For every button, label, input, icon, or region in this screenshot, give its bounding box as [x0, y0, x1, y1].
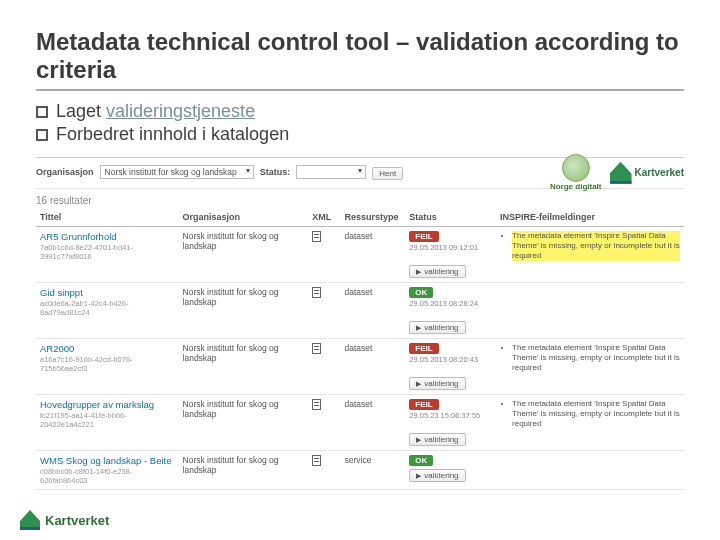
- xml-doc-icon[interactable]: [312, 287, 321, 298]
- xml-doc-icon[interactable]: [312, 455, 321, 466]
- row-resource-type: service: [341, 451, 406, 490]
- brand-logos: Norge digitalt Kartverket: [550, 154, 684, 191]
- play-icon: ▶: [416, 472, 421, 480]
- status-badge: FEIL: [409, 399, 438, 410]
- row-guid: fc21f195-aa14-41fe-bb66-20422e1a4c221: [40, 411, 175, 429]
- validate-button[interactable]: ▶validering: [409, 469, 465, 482]
- status-badge: OK: [409, 287, 433, 298]
- play-icon: ▶: [416, 436, 421, 444]
- validate-button[interactable]: ▶validering: [409, 433, 465, 446]
- status-timestamp: 29.05.23 15:06:37:55: [409, 411, 492, 420]
- row-guid: ac0de6a-2ab1-42c4-b426-8ad79ad81c24: [40, 299, 175, 317]
- org-select-value: Norsk institutt for skog og landskap: [105, 167, 237, 177]
- col-msg[interactable]: INSPIRE-feilmeldinger: [496, 208, 684, 227]
- bullet-square-icon: [36, 106, 48, 118]
- status-filter-label: Status:: [260, 167, 291, 177]
- status-badge: FEIL: [409, 343, 438, 354]
- row-title-link[interactable]: AR5 Grunnforhold: [40, 231, 117, 242]
- play-icon: ▶: [416, 268, 421, 276]
- bullet-2: Forbedret innhold i katalogen: [36, 124, 684, 145]
- col-xml[interactable]: XML: [308, 208, 340, 227]
- row-resource-type: dataset: [341, 395, 406, 451]
- fetch-button[interactable]: Hent: [372, 167, 403, 180]
- validator-app: Organisasjon Norsk institutt for skog og…: [36, 157, 684, 490]
- row-guid: c08bbc0b-c8f01-14f0-e238-626fab864c03: [40, 467, 175, 485]
- row-guid: 7a0b1c6d-8e22-4701-bd41-3991c77af8016: [40, 243, 175, 261]
- row-title-link[interactable]: WMS Skog og landskap - Beite: [40, 455, 171, 466]
- row-title-link[interactable]: Gid sinppt: [40, 287, 83, 298]
- results-count: 16 resultater: [36, 189, 684, 208]
- play-icon: ▶: [416, 380, 421, 388]
- col-title[interactable]: Tittel: [36, 208, 179, 227]
- filter-bar: Organisasjon Norsk institutt for skog og…: [36, 158, 684, 189]
- norge-digitalt-label: Norge digitalt: [550, 182, 602, 191]
- col-res[interactable]: Ressurstype: [341, 208, 406, 227]
- kartverket-label: Kartverket: [635, 167, 684, 178]
- bullet-1-prefix: Laget: [56, 101, 106, 121]
- inspire-error-message: The metadata element 'Inspire Spatial Da…: [512, 399, 680, 429]
- kartverket-mark-icon: [20, 510, 40, 530]
- inspire-error-message: The metadata element 'Inspire Spatial Da…: [512, 231, 680, 261]
- row-org: Norsk institutt for skog og landskap: [179, 339, 309, 395]
- bullet-1: Laget valideringstjeneste: [36, 101, 684, 122]
- validate-button[interactable]: ▶validering: [409, 321, 465, 334]
- results-table: Tittel Organisasjon XML Ressurstype Stat…: [36, 208, 684, 490]
- table-row: AR2000a16a7c16-916b-42cd-b076-715b56ae2c…: [36, 339, 684, 395]
- table-row: Hovedgrupper av markslagfc21f195-aa14-41…: [36, 395, 684, 451]
- kartverket-footer-label: Kartverket: [45, 513, 109, 528]
- globe-icon: [562, 154, 590, 182]
- status-timestamp: 29.05.2013 09:12:01: [409, 243, 492, 252]
- col-status[interactable]: Status: [405, 208, 496, 227]
- status-select[interactable]: [296, 165, 366, 179]
- table-row: AR5 Grunnforhold7a0b1c6d-8e22-4701-bd41-…: [36, 227, 684, 283]
- bullet-1-text: Laget valideringstjeneste: [56, 101, 255, 122]
- bullet-square-icon: [36, 129, 48, 141]
- row-title-link[interactable]: AR2000: [40, 343, 74, 354]
- xml-doc-icon[interactable]: [312, 231, 321, 242]
- org-select[interactable]: Norsk institutt for skog og landskap: [100, 165, 254, 179]
- row-resource-type: dataset: [341, 339, 406, 395]
- row-messages: [496, 451, 684, 490]
- norge-digitalt-logo: Norge digitalt: [550, 154, 602, 191]
- row-messages: [496, 283, 684, 339]
- row-title-link[interactable]: Hovedgrupper av markslag: [40, 399, 154, 410]
- inspire-error-message: The metadata element 'Inspire Spatial Da…: [512, 343, 680, 373]
- row-org: Norsk institutt for skog og landskap: [179, 227, 309, 283]
- row-resource-type: dataset: [341, 227, 406, 283]
- validate-button[interactable]: ▶validering: [409, 377, 465, 390]
- play-icon: ▶: [416, 324, 421, 332]
- xml-doc-icon[interactable]: [312, 399, 321, 410]
- row-org: Norsk institutt for skog og landskap: [179, 451, 309, 490]
- bullet-list: Laget valideringstjeneste Forbedret innh…: [36, 101, 684, 145]
- validate-button[interactable]: ▶validering: [409, 265, 465, 278]
- row-messages: The metadata element 'Inspire Spatial Da…: [496, 339, 684, 395]
- xml-doc-icon[interactable]: [312, 343, 321, 354]
- table-row: WMS Skog og landskap - Beitec08bbc0b-c8f…: [36, 451, 684, 490]
- status-timestamp: 29.05.2013 08:20:43: [409, 355, 492, 364]
- row-org: Norsk institutt for skog og landskap: [179, 283, 309, 339]
- kartverket-footer-logo: Kartverket: [20, 510, 109, 530]
- validation-service-link[interactable]: valideringstjeneste: [106, 101, 255, 121]
- row-org: Norsk institutt for skog og landskap: [179, 395, 309, 451]
- bullet-2-text: Forbedret innhold i katalogen: [56, 124, 289, 145]
- table-row: Gid sinpptac0de6a-2ab1-42c4-b426-8ad79ad…: [36, 283, 684, 339]
- row-messages: The metadata element 'Inspire Spatial Da…: [496, 395, 684, 451]
- org-filter-label: Organisasjon: [36, 167, 94, 177]
- kartverket-logo-small: Kartverket: [610, 162, 684, 184]
- row-guid: a16a7c16-916b-42cd-b076-715b56ae2cf3: [40, 355, 175, 373]
- row-resource-type: dataset: [341, 283, 406, 339]
- col-org[interactable]: Organisasjon: [179, 208, 309, 227]
- row-messages: The metadata element 'Inspire Spatial Da…: [496, 227, 684, 283]
- status-badge: FEIL: [409, 231, 438, 242]
- status-badge: OK: [409, 455, 433, 466]
- status-timestamp: 29.05.2013 08:28:24: [409, 299, 492, 308]
- kartverket-mark-icon: [610, 162, 632, 184]
- page-title: Metadata technical control tool – valida…: [36, 28, 684, 91]
